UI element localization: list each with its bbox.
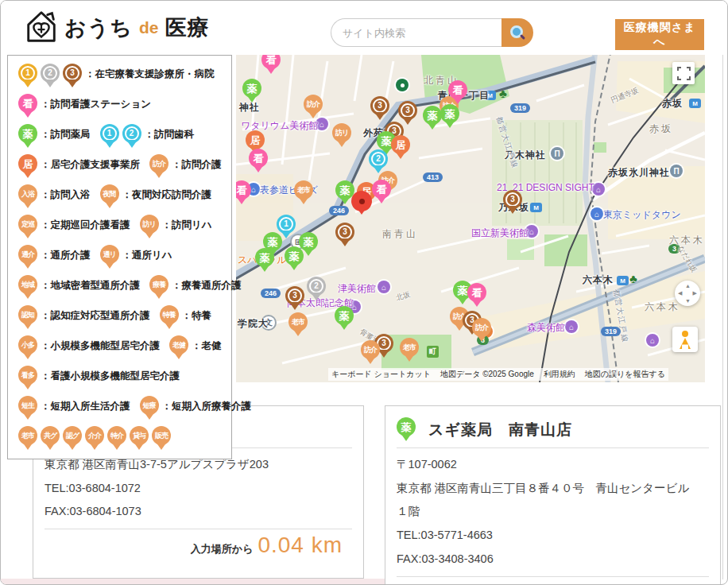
map-pin-bronze-3[interactable]: 3 <box>398 101 417 120</box>
legend-rows: 123：在宅療養支援診療所・病院看：訪問看護ステーション薬：訪問薬局12：訪問歯… <box>8 64 231 456</box>
pan-right-icon: ▶ <box>693 290 697 296</box>
map-pin-orange-訪リ[interactable]: 訪リ <box>332 123 351 142</box>
map-pin-bronze-3[interactable]: 3 <box>335 223 354 242</box>
map-pin-pink-看[interactable]: 看 <box>249 149 268 168</box>
map-pin-cyan-2[interactable]: 2 <box>369 149 388 169</box>
facility-address2: １階 <box>397 500 709 524</box>
map-pin-orangered-居: 居 <box>18 154 37 173</box>
map-pin-orange-訪介[interactable]: 訪介 <box>361 340 380 359</box>
map-pin-green-薬[interactable]: 薬 <box>423 106 442 125</box>
map-pin-orange-老市[interactable]: 老市 <box>288 312 308 331</box>
legend-label: ：老健 <box>192 339 222 353</box>
map-pin-cyan-1[interactable]: 1 <box>277 215 296 234</box>
attribution-link[interactable]: 利用規約 <box>544 369 575 380</box>
map-label: 赤坂氷川神社 <box>608 166 670 180</box>
map-pin-orange-特養: 特養 <box>160 305 179 324</box>
legend-label: ：在宅療養支援診療所・病院 <box>85 68 215 81</box>
legend-label: ：訪問薬局 <box>41 128 91 141</box>
map-label: 赤坂 <box>662 97 683 110</box>
bluep-icon: ⌂ <box>591 207 603 220</box>
map-pin-orangered-居[interactable]: 居 <box>391 135 410 154</box>
distance-value: 0.04 km <box>258 533 343 558</box>
legend-label: ：特養 <box>182 309 212 323</box>
attribution-text: 地図データ ©2025 Google <box>440 369 534 380</box>
map-pin-pink-看[interactable]: 看 <box>448 80 467 99</box>
map-pin-orange-特介: 特介 <box>107 426 126 445</box>
map-pin-orange-地域: 地域 <box>18 275 37 294</box>
facility-fax: FAX:03-6804-1073 <box>45 500 352 524</box>
map-pin-orange-訪介[interactable]: 訪介 <box>304 95 323 114</box>
map-pin-orange-訪介[interactable]: 訪介 <box>472 318 491 337</box>
tree-icon: ♣ <box>627 272 640 285</box>
site-logo[interactable]: おうち de 医療 <box>23 8 209 48</box>
map-attribution: キーボード ショートカット地図データ ©2025 Google利用規約地図の誤り… <box>328 368 668 381</box>
legend-label: ：訪問歯科 <box>145 128 195 141</box>
map-pin-orange-看多: 看多 <box>18 366 37 385</box>
facility-tel: TEL:03-5771-4663 <box>397 524 709 548</box>
museum-icon: ⌂ <box>565 320 578 333</box>
legend-label: ：通所介護 <box>41 249 91 262</box>
pegman-icon <box>682 331 688 337</box>
map-pin-orange-訪介: 訪介 <box>149 154 168 173</box>
legend-row: 短生：短期入所生活介護短療：短期入所療養介護 <box>8 396 231 426</box>
map-pin-red[interactable] <box>351 191 372 211</box>
pegman-control[interactable] <box>672 327 698 352</box>
map-pin-bronze-3[interactable]: 3 <box>503 190 522 209</box>
map-pin-bronze-3[interactable]: 3 <box>285 286 304 305</box>
map-pin-orange-共グ: 共グ <box>41 426 60 445</box>
legend-row: 入浴：訪問入浴夜間：夜間対応訪問介護 <box>8 184 231 215</box>
map-pin-pink-看[interactable]: 看 <box>372 180 391 199</box>
legend-row: 定巡：定期巡回介護看護訪リ：訪問リハ <box>8 215 231 245</box>
medical-institutions-button[interactable]: 医療機関さまへ <box>615 19 704 50</box>
map-pin-green-薬[interactable]: 薬 <box>285 246 304 265</box>
legend-label: ：夜間対応訪問介護 <box>122 188 212 202</box>
distance-label: 入力場所から <box>191 542 254 556</box>
map-pin-orange-老市[interactable]: 老市 <box>400 338 419 357</box>
logo-text-iryo: 医療 <box>165 14 209 42</box>
map-pin-pink-看[interactable]: 看 <box>467 283 486 302</box>
legend-row: 通介：通所介護通リ：通所リハ <box>8 245 231 275</box>
facility-title: スギ薬局 南青山店 <box>428 420 572 440</box>
map-label: 東京ミッドタウン <box>603 208 681 222</box>
fullscreen-icon <box>677 67 691 80</box>
map-pin-orange-夜間: 夜間 <box>100 184 119 203</box>
legend-label: ：訪問入浴 <box>41 188 91 202</box>
route-badge: 413 <box>423 172 443 182</box>
map-pin-silver-2[interactable]: 2 <box>307 277 326 296</box>
legend-row: 認知：認知症対応型通所介護特養：特養 <box>8 305 231 335</box>
legend-row: 地域：地域密着型通所介護療養：療養通所介護 <box>8 275 231 305</box>
legend-label: ：看護小規模多機能型居宅介護 <box>41 370 180 383</box>
map-pin-bronze-3: 3 <box>63 64 82 83</box>
map-pin-orange-老市[interactable]: 老市 <box>294 180 313 200</box>
map-canvas[interactable]: ▲ ▼ ◀ ▶ キーボード ショートカット地図データ ©2025 Google利… <box>236 55 705 382</box>
legend-label: ：短期入所療養介護 <box>162 400 252 413</box>
map-pin-bronze-3[interactable]: 3 <box>370 96 389 115</box>
map-label: 六本木一 <box>669 234 705 247</box>
facility-card-right[interactable]: 薬 スギ薬局 南青山店 〒107-0062 東京都 港区南青山三丁目８番４０号 … <box>385 405 721 585</box>
search-button[interactable] <box>501 18 533 47</box>
museum-icon: ⌂ <box>646 334 659 347</box>
attribution-link[interactable]: 地図の誤りを報告する <box>585 369 665 380</box>
legend-label: ：訪問看護ステーション <box>41 98 151 111</box>
map-pin-orange-短生: 短生 <box>18 396 37 415</box>
shrine-icon: Π <box>551 147 563 160</box>
map-label: 六本木 <box>645 300 680 314</box>
map-pin-green-薬[interactable]: 薬 <box>299 232 318 251</box>
legend-row: 123：在宅療養支援診療所・病院 <box>8 64 231 94</box>
legend-row: 老市共グ認グ介介特介貸与販売 <box>8 426 231 456</box>
map-pin-green-薬[interactable]: 薬 <box>255 248 274 267</box>
map-pin-green-薬[interactable]: 薬 <box>335 306 354 325</box>
legend-label: ：認知症対応型通所介護 <box>41 309 150 323</box>
map-pin-orange-認知: 認知 <box>18 305 37 324</box>
map-pin-green-薬[interactable]: 薬 <box>242 79 261 98</box>
search-input[interactable] <box>331 18 501 47</box>
map-pin-orangered-居[interactable]: 居 <box>246 130 265 149</box>
pan-control[interactable]: ▲ ▼ ◀ ▶ <box>675 281 700 306</box>
map-pin-orange-入浴: 入浴 <box>18 184 37 203</box>
map-label: 学院大 <box>238 317 269 331</box>
map-pin-orange-老市: 老市 <box>18 426 37 445</box>
fullscreen-button[interactable] <box>672 62 695 84</box>
map-pin-cyan-2: 2 <box>122 124 141 143</box>
header: おうち de 医療 医療機関さまへ <box>1 1 727 55</box>
map-pin-green-薬: 薬 <box>18 124 37 143</box>
